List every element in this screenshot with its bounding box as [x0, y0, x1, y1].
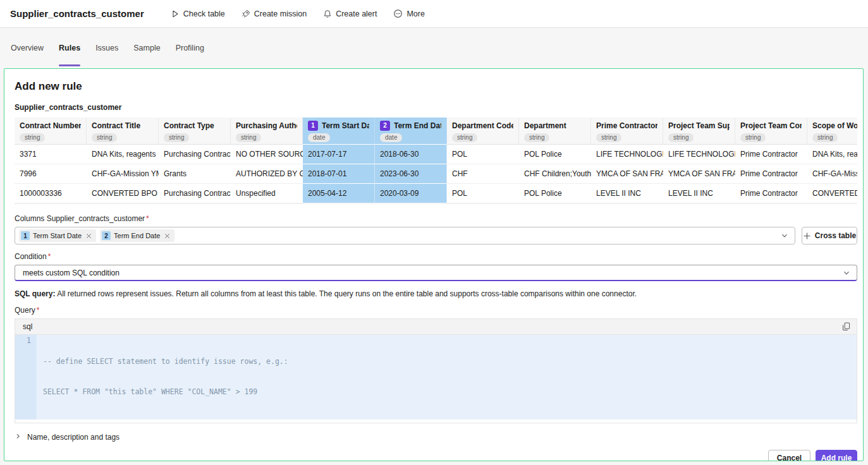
table-cell: DNA Kits, reagents — [807, 145, 857, 164]
condition-select[interactable]: meets custom SQL condition — [15, 265, 857, 281]
cross-table-button[interactable]: Cross table — [802, 227, 857, 245]
table-cell: YMCA OF SAN FRANC... — [591, 164, 663, 184]
toolbar-button-label: Check table — [183, 9, 225, 18]
table-preview: Contract NumberstringContract Titlestrin… — [15, 118, 857, 204]
chip-label: Term End Date — [114, 232, 160, 239]
selected-column-badge: 2 — [380, 121, 390, 131]
column-name: Contract Number — [20, 121, 81, 130]
chip-number-badge: 1 — [21, 231, 30, 240]
play-icon — [171, 9, 180, 18]
sql-editor-body[interactable]: 1 -- define SELECT statement to identify… — [15, 335, 857, 423]
table-cell: AUTHORIZED BY GRA... — [231, 164, 303, 184]
chip-remove-icon[interactable] — [163, 233, 170, 239]
column-type-pill: string — [236, 133, 261, 142]
table-cell: 7996 — [15, 164, 87, 184]
column-header-scope-of-work[interactable]: Scope of Workstring — [807, 118, 857, 145]
sql-editor-header: sql — [15, 319, 857, 335]
table-cell: POL — [447, 145, 519, 164]
toolbar-button-more[interactable]: More — [388, 5, 429, 22]
column-header-contract-title[interactable]: Contract Titlestring — [87, 118, 159, 145]
column-header-prime-contractor[interactable]: Prime Contractorstring — [591, 118, 663, 145]
toolbar-button-create-mission[interactable]: Create mission — [236, 6, 312, 22]
panel-title: Add new rule — [15, 80, 857, 93]
table-cell: 1000003336 — [15, 184, 87, 203]
copy-icon[interactable] — [842, 322, 850, 331]
column-header-project-team-constit[interactable]: Project Team Constit...string — [735, 118, 807, 145]
table-cell: POL Police — [519, 145, 591, 164]
table-cell: Prime Contractor — [735, 184, 807, 203]
table-cell: LEVEL II INC — [663, 184, 735, 203]
toolbar-button-label: Create mission — [254, 9, 307, 18]
condition-field-label: Condition* — [15, 252, 857, 261]
column-header-department[interactable]: Departmentstring — [519, 118, 591, 145]
chevron-right-icon — [15, 433, 21, 442]
table-cell: LIFE TECHNOLOGIES C... — [591, 145, 663, 164]
required-asterisk: * — [146, 214, 149, 223]
toolbar-button-label: Create alert — [336, 9, 377, 18]
column-header-term-start-date[interactable]: 1Term Start Datedate — [303, 118, 375, 145]
condition-selected-value: meets custom SQL condition — [23, 269, 119, 277]
table-row: 3371DNA Kits, reagentsPurchasing Contrac… — [15, 145, 857, 164]
column-header-title: Department — [524, 120, 585, 131]
table-cell: 2005-04-12 — [303, 184, 375, 203]
column-header-title: Project Team Constit... — [740, 120, 802, 131]
column-header-title: Scope of Work — [812, 120, 857, 131]
column-header-term-end-date[interactable]: 2Term End Datedate — [375, 118, 447, 145]
column-name: Project Team Supplier — [668, 121, 730, 130]
column-header-purchasing-authority[interactable]: Purchasing Authoritystring — [231, 118, 303, 145]
tab-rules[interactable]: Rules — [53, 40, 86, 68]
add-rule-button[interactable]: Add rule — [816, 450, 857, 461]
footer-actions: Cancel Add rule — [15, 450, 857, 461]
table-cell: Prime Contractor — [735, 164, 807, 184]
column-header-title: Project Team Supplier — [668, 120, 730, 131]
column-chip-term-end-date: 2Term End Date — [100, 229, 174, 242]
column-name: Department — [524, 121, 566, 130]
column-header-title: Department Code — [452, 120, 513, 131]
table-cell: CHF-GA-Mission YMC... — [87, 164, 159, 184]
editor-code-line-1: -- define SELECT statement to identify i… — [43, 356, 857, 366]
column-header-project-team-supplier[interactable]: Project Team Supplierstring — [663, 118, 735, 145]
name-description-tags-expander[interactable]: Name, description and tags — [15, 433, 857, 442]
table-cell: CONVERTED BPO — [87, 184, 159, 203]
toolbar: Check tableCreate missionCreate alertMor… — [166, 5, 430, 22]
table-row: 1000003336CONVERTED BPOPurchasing Contra… — [15, 184, 857, 203]
add-rule-panel: Add new rule Supplier_contracts_customer… — [4, 68, 864, 461]
column-type-pill: string — [452, 133, 477, 142]
page-title: Supplier_contracts_customer — [10, 8, 144, 19]
plus-icon — [803, 232, 811, 240]
column-header-contract-type[interactable]: Contract Typestring — [159, 118, 231, 145]
column-header-title: Contract Type — [164, 120, 225, 131]
toolbar-button-label: More — [406, 9, 424, 18]
column-header-title: 1Term Start Date — [308, 120, 369, 131]
table-cell: CHF — [447, 164, 519, 184]
column-header-contract-number[interactable]: Contract Numberstring — [15, 118, 87, 145]
rocket-icon — [241, 9, 250, 18]
table-cell: 2018-07-01 — [303, 164, 375, 184]
chip-remove-icon[interactable] — [85, 233, 92, 239]
tab-bar: OverviewRulesIssuesSampleProfiling — [0, 28, 868, 68]
tab-sample[interactable]: Sample — [128, 40, 166, 68]
column-name: Contract Type — [164, 121, 214, 130]
tab-issues[interactable]: Issues — [90, 40, 124, 68]
columns-multiselect[interactable]: 1Term Start Date2Term End Date — [15, 227, 795, 245]
column-header-title: 2Term End Date — [380, 120, 441, 131]
column-type-pill: string — [92, 133, 117, 142]
column-type-pill: string — [812, 133, 838, 142]
table-cell: 2018-06-30 — [375, 145, 447, 164]
cancel-button[interactable]: Cancel — [768, 450, 810, 461]
column-name: Contract Title — [92, 121, 140, 130]
column-header-department-code[interactable]: Department Codestring — [447, 118, 519, 145]
editor-code: -- define SELECT statement to identify i… — [37, 335, 857, 420]
table-header-row: Contract NumberstringContract Titlestrin… — [15, 118, 857, 145]
toolbar-button-check-table[interactable]: Check table — [166, 6, 230, 22]
toolbar-button-create-alert[interactable]: Create alert — [318, 6, 382, 22]
table-cell: Unspecified — [231, 184, 303, 203]
panel-table-name: Supplier_contracts_customer — [15, 103, 857, 112]
column-type-pill: date — [380, 133, 402, 142]
tab-profiling[interactable]: Profiling — [170, 40, 210, 68]
table-cell: 2020-03-09 — [375, 184, 447, 203]
column-type-pill: date — [308, 133, 330, 142]
tab-overview[interactable]: Overview — [5, 40, 49, 68]
column-type-pill: string — [596, 133, 621, 142]
more-icon — [393, 9, 403, 18]
